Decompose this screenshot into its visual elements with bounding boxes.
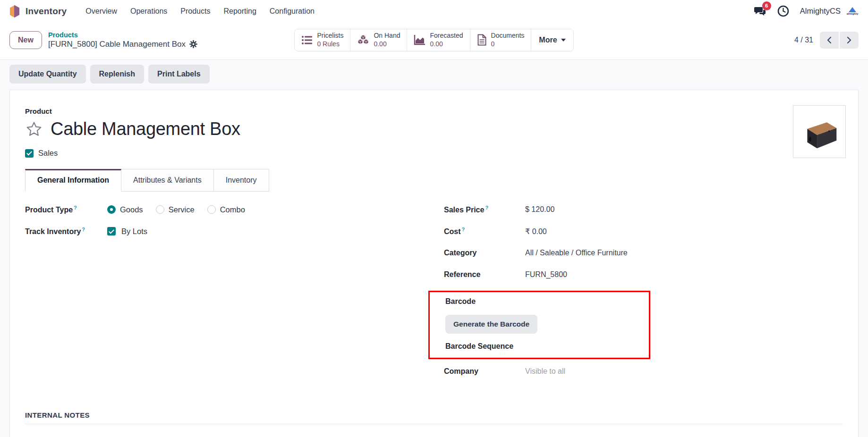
control-panel: New Products [FURN_5800] Cable Managemen…	[0, 22, 868, 60]
sales-checkbox-row: Sales	[25, 149, 843, 158]
product-type-radio-group: Goods Service Combo	[107, 205, 245, 214]
nav-overview[interactable]: Overview	[79, 0, 124, 22]
breadcrumb-products-link[interactable]: Products	[48, 31, 197, 39]
radio-combo-input[interactable]	[207, 205, 216, 214]
tab-inventory[interactable]: Inventory	[214, 169, 269, 192]
chevron-right-icon	[846, 36, 852, 44]
track-inventory-label: Track Inventory?	[25, 227, 101, 236]
app-name: Inventory	[26, 6, 67, 17]
cubes-icon	[357, 34, 369, 46]
print-labels-button[interactable]: Print Labels	[148, 65, 210, 84]
new-button[interactable]: New	[9, 31, 42, 49]
stat-pricelists-button[interactable]: Pricelists 0 Rules	[295, 29, 350, 51]
internal-notes-section: INTERNAL NOTES This note is only for int…	[25, 411, 843, 437]
pager-previous-button[interactable]	[820, 32, 839, 49]
stat-forecasted-button[interactable]: Forecasted 0.00	[407, 29, 470, 51]
tab-attributes-variants[interactable]: Attributes & Variants	[121, 169, 214, 192]
company-logo-icon	[849, 7, 856, 12]
avatar: almighty	[845, 4, 859, 18]
reference-row: Reference FURN_5800	[444, 269, 843, 280]
app-switcher[interactable]: Inventory	[9, 4, 67, 18]
notebook-tabs: General Information Attributes & Variant…	[25, 169, 843, 192]
list-icon	[301, 35, 313, 45]
barcode-label: Barcode	[445, 297, 527, 306]
odoo-logo-icon	[9, 4, 21, 18]
stat-documents-button[interactable]: Documents 0	[470, 29, 532, 51]
action-button-row: Update Quantity Replenish Print Labels	[0, 60, 868, 90]
generate-barcode-button[interactable]: Generate the Barcode	[445, 315, 537, 334]
chevron-left-icon	[826, 36, 832, 44]
internal-notes-heading: INTERNAL NOTES	[25, 411, 843, 424]
tab-general-information[interactable]: General Information	[25, 169, 121, 192]
document-icon	[477, 34, 487, 46]
chevron-down-icon	[561, 39, 566, 42]
update-quantity-button[interactable]: Update Quantity	[9, 65, 86, 84]
nav-products[interactable]: Products	[174, 0, 217, 22]
messages-button[interactable]: 6	[753, 4, 767, 18]
nav-configuration[interactable]: Configuration	[263, 0, 321, 22]
track-inventory-row: Track Inventory? By Lots	[25, 226, 444, 237]
user-name: AlmightyCS	[800, 7, 841, 16]
barcode-highlight-box: Barcode Generate the Barcode Barcode Seq…	[428, 291, 650, 359]
breadcrumb-current: [FURN_5800] Cable Management Box	[48, 39, 186, 49]
barcode-sequence-label: Barcode Sequence	[445, 342, 527, 351]
radio-service[interactable]: Service	[156, 205, 195, 214]
product-form-sheet: Product Cable Management Box Sales Gener…	[9, 90, 859, 437]
company-row: Company Visible to all	[444, 366, 843, 377]
replenish-button[interactable]: Replenish	[90, 65, 144, 84]
barcode-sequence-row: Barcode Sequence	[445, 341, 649, 352]
pager-counter: 4 / 31	[794, 36, 813, 44]
record-type-label: Product	[25, 107, 843, 115]
track-inventory-checkbox[interactable]	[107, 227, 116, 235]
company-label: Company	[444, 367, 525, 376]
messages-badge: 6	[762, 1, 771, 10]
category-value[interactable]: All / Saleable / Office Furniture	[525, 249, 628, 257]
main-menu: Overview Operations Products Reporting C…	[79, 0, 321, 22]
activities-button[interactable]	[776, 4, 791, 18]
more-button[interactable]: More	[531, 29, 573, 51]
area-chart-icon	[414, 34, 425, 45]
nav-operations[interactable]: Operations	[124, 0, 174, 22]
gear-icon[interactable]	[189, 40, 197, 48]
page-title[interactable]: Cable Management Box	[51, 119, 240, 139]
track-inventory-value[interactable]: By Lots	[121, 227, 147, 236]
category-row: Category All / Saleable / Office Furnitu…	[444, 247, 843, 259]
radio-goods-input[interactable]	[107, 205, 116, 214]
radio-service-input[interactable]	[156, 205, 164, 214]
radio-combo[interactable]: Combo	[207, 205, 245, 214]
product-type-label: Product Type?	[25, 205, 101, 214]
sales-checkbox[interactable]	[25, 149, 34, 158]
category-label: Category	[444, 249, 525, 257]
sales-price-row: Sales Price? $ 120.00	[444, 204, 843, 215]
product-image[interactable]	[793, 105, 846, 158]
cost-label: Cost?	[444, 227, 525, 236]
favorite-star-icon[interactable]	[25, 120, 43, 138]
cost-row: Cost? ₹ 0.00	[444, 226, 843, 237]
cost-value[interactable]: ₹ 0.00	[525, 227, 547, 236]
user-menu[interactable]: AlmightyCS almighty	[800, 4, 859, 18]
top-navbar: Inventory Overview Operations Products R…	[0, 0, 868, 22]
nav-reporting[interactable]: Reporting	[217, 0, 263, 22]
radio-goods[interactable]: Goods	[107, 205, 143, 214]
sales-price-value[interactable]: $ 120.00	[525, 205, 554, 214]
breadcrumb: Products [FURN_5800] Cable Management Bo…	[48, 31, 197, 49]
sales-price-label: Sales Price?	[444, 205, 525, 214]
company-value[interactable]: Visible to all	[525, 367, 565, 376]
reference-label: Reference	[444, 270, 525, 279]
clock-icon	[777, 5, 789, 17]
barcode-row: Barcode	[445, 296, 649, 307]
pager-next-button[interactable]	[840, 32, 859, 49]
stat-on-hand-button[interactable]: On Hand 0.00	[350, 29, 407, 51]
product-type-row: Product Type? Goods Service Combo	[25, 204, 444, 215]
sales-checkbox-label: Sales	[38, 149, 58, 158]
stat-button-group: Pricelists 0 Rules	[294, 29, 573, 51]
reference-value[interactable]: FURN_5800	[525, 270, 567, 279]
